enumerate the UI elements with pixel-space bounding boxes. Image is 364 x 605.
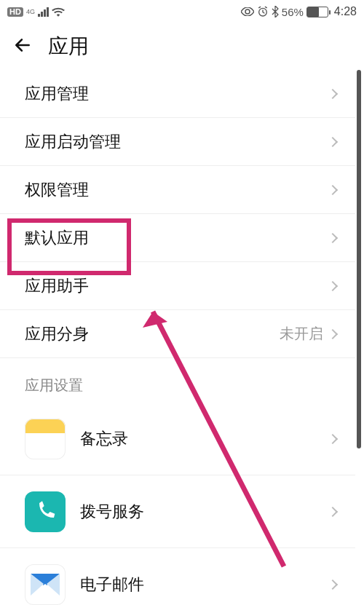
app-label: 拨号服务 — [80, 501, 329, 523]
app-label: 备忘录 — [80, 428, 329, 450]
section-title: 应用设置 — [0, 376, 355, 403]
chevron-right-icon — [328, 232, 338, 242]
app-row-notes[interactable]: 备忘录 — [0, 403, 355, 475]
notes-icon — [25, 419, 66, 459]
row-app-assist[interactable]: 应用助手 — [0, 262, 355, 310]
page-header: 应用 — [0, 23, 364, 70]
scrollbar[interactable] — [357, 70, 361, 605]
app-label: 电子邮件 — [80, 574, 329, 596]
hd-badge: HD — [7, 7, 23, 17]
chevron-right-icon — [328, 136, 338, 146]
battery-icon — [306, 7, 328, 17]
mail-icon — [25, 564, 66, 605]
battery-text: 56% — [282, 6, 304, 18]
signal-icon — [38, 7, 49, 17]
eye-icon — [241, 7, 254, 16]
chevron-right-icon — [328, 280, 338, 290]
chevron-right-icon — [328, 184, 338, 194]
row-app-twin[interactable]: 应用分身 未开启 — [0, 310, 355, 358]
clock: 4:28 — [334, 5, 357, 18]
chevron-right-icon — [328, 506, 338, 516]
back-arrow-icon — [13, 36, 32, 55]
wifi-icon — [52, 7, 65, 17]
row-label: 默认应用 — [25, 227, 89, 249]
chevron-right-icon — [328, 580, 338, 590]
row-permission[interactable]: 权限管理 — [0, 166, 355, 214]
row-label: 应用启动管理 — [25, 131, 121, 153]
phone-icon — [25, 491, 66, 532]
row-app-manage[interactable]: 应用管理 — [0, 70, 355, 118]
row-label: 应用助手 — [25, 275, 89, 297]
chevron-right-icon — [328, 88, 338, 98]
status-bar: HD 4G 56% 4:28 — [0, 0, 364, 23]
network-label: 4G — [26, 9, 35, 15]
chevron-right-icon — [328, 328, 338, 339]
bluetooth-icon — [272, 6, 279, 17]
app-row-mail[interactable]: 电子邮件 — [0, 548, 355, 605]
app-row-dialer[interactable]: 拨号服务 — [0, 475, 355, 548]
row-app-launch[interactable]: 应用启动管理 — [0, 118, 355, 166]
page-title: 应用 — [48, 33, 89, 60]
back-button[interactable] — [13, 36, 32, 58]
row-label: 应用管理 — [25, 83, 89, 105]
row-label: 应用分身 — [25, 323, 89, 345]
row-label: 权限管理 — [25, 179, 89, 201]
chevron-right-icon — [328, 433, 338, 443]
row-value: 未开启 — [280, 324, 323, 344]
alarm-icon — [257, 6, 269, 17]
row-default-apps[interactable]: 默认应用 — [0, 214, 355, 262]
scrollbar-thumb[interactable] — [357, 70, 361, 448]
